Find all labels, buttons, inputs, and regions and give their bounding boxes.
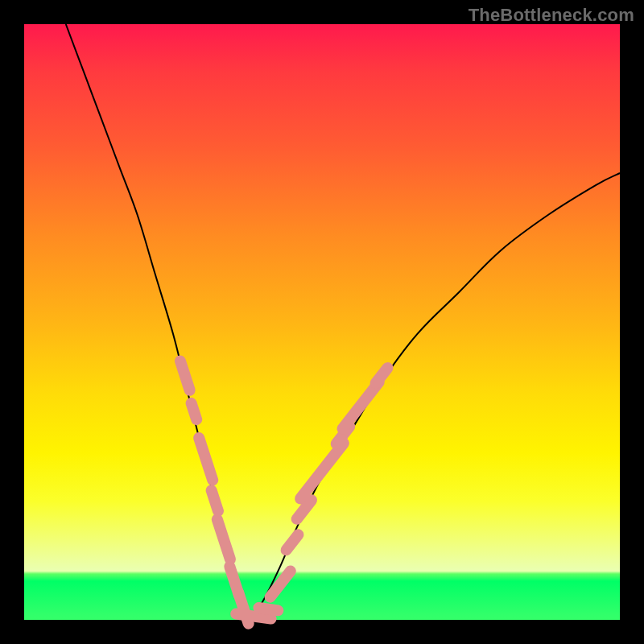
data-marker	[184, 396, 204, 427]
curve-right-branch	[250, 173, 620, 617]
data-marker	[204, 483, 225, 518]
chart-frame: TheBottleneck.com	[0, 0, 644, 644]
data-marker	[173, 354, 196, 398]
data-marker	[231, 585, 255, 631]
data-marker	[192, 431, 220, 487]
curve-group	[66, 24, 620, 617]
marker-group	[173, 354, 395, 631]
data-marker	[279, 526, 307, 558]
data-marker	[262, 564, 299, 605]
data-marker	[210, 512, 237, 566]
watermark-text: TheBottleneck.com	[469, 5, 634, 26]
curve-svg	[24, 24, 620, 620]
plot-area	[24, 24, 620, 620]
data-marker	[292, 436, 351, 507]
